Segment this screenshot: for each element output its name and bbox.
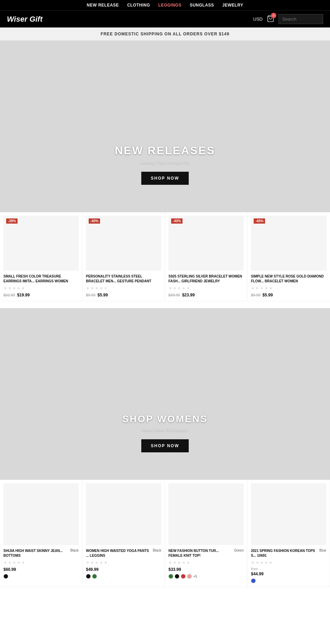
color-swatch[interactable] bbox=[86, 574, 91, 579]
clothing-title-row: SHIJIA HIGH WAIST SKINNY JEAN... BOTTOMS… bbox=[3, 549, 79, 558]
clothing-title: 2021 SPRING FASHION KOREAN TOPS S... 106… bbox=[251, 549, 318, 558]
nav-sunglass[interactable]: SUNGLASS bbox=[190, 3, 214, 8]
header: Wiser Gift USD 0 bbox=[0, 10, 330, 27]
clothing-card: SHIJIA HIGH WAIST SKINNY JEAN... BOTTOMS… bbox=[0, 480, 82, 587]
color-swatch[interactable] bbox=[168, 574, 173, 579]
cart-icon[interactable]: 0 bbox=[267, 15, 274, 24]
color-swatch[interactable] bbox=[251, 578, 256, 583]
product-image: -40% bbox=[168, 216, 244, 271]
color-swatches bbox=[86, 574, 161, 579]
clothing-price: $60.99 bbox=[3, 567, 79, 572]
clothing-title-row: 2021 SPRING FASHION KOREAN TOPS S... 106… bbox=[251, 549, 326, 558]
product-title: SMALL FRESH COLOR TREASURE EARRINGS IMIT… bbox=[3, 274, 79, 284]
color-swatch[interactable] bbox=[92, 574, 97, 579]
clothing-color-label: Black bbox=[70, 549, 79, 552]
star-rating: ★★★★★ bbox=[86, 560, 161, 565]
product-title: SIMPLE NEW STYLE ROSE GOLD DIAMOND FLOW.… bbox=[251, 274, 327, 284]
product-title: S925 STERLING SILVER BRACELET WOMEN FASH… bbox=[168, 274, 244, 284]
header-right: USD 0 bbox=[253, 14, 323, 24]
clothing-color-label: Green bbox=[234, 549, 244, 552]
sale-price: $5.99 bbox=[263, 293, 273, 297]
clothing-price: $49.99 bbox=[86, 567, 161, 572]
original-price: $32.99 bbox=[3, 293, 15, 297]
cart-badge: 0 bbox=[271, 13, 276, 18]
jewelry-product-grid: -39% SMALL FRESH COLOR TREASURE EARRINGS… bbox=[0, 212, 330, 301]
discount-badge: -40% bbox=[254, 218, 265, 224]
discount-badge: -40% bbox=[171, 218, 183, 224]
color-swatch[interactable] bbox=[187, 574, 192, 579]
color-swatch[interactable] bbox=[181, 574, 186, 579]
price-wrap: $9.99 $5.99 bbox=[251, 293, 327, 297]
hero-subtitle: Jewelry That Always Fits bbox=[141, 160, 189, 165]
original-price: $39.99 bbox=[168, 293, 180, 297]
product-card: -40% S925 STERLING SILVER BRACELET WOMEN… bbox=[165, 212, 248, 301]
hero-womens-title: SHOP WOMENS bbox=[122, 414, 208, 425]
clothing-card: 2021 SPRING FASHION KOREAN TOPS S... 106… bbox=[248, 480, 330, 587]
price-wrap: $32.99 $19.99 bbox=[3, 293, 79, 297]
original-price: $9.99 bbox=[86, 293, 96, 297]
clothing-price: $44.99 bbox=[251, 572, 326, 576]
clothing-image bbox=[251, 483, 326, 545]
clothing-title: NEW FASHION BUTTON TUR... FEMALE KNIT TO… bbox=[168, 549, 233, 558]
clothing-title-row: WOMEN HIGH WAISTED YOGA PANTS ... LEGGIN… bbox=[86, 549, 161, 558]
clothing-card: WOMEN HIGH WAISTED YOGA PANTS ... LEGGIN… bbox=[82, 480, 165, 587]
nav-jewelry[interactable]: JEWELRY bbox=[222, 3, 243, 8]
product-image: -40% bbox=[86, 216, 161, 271]
clothing-color-label: Blue bbox=[319, 549, 326, 552]
discount-badge: -40% bbox=[89, 218, 100, 224]
nav-clothing[interactable]: CLOTHING bbox=[127, 3, 150, 8]
star-rating: ★★★★★ bbox=[168, 560, 244, 565]
star-rating: ★★★★★ bbox=[3, 286, 79, 291]
price-wrap: $9.99 $5.99 bbox=[86, 293, 161, 297]
color-swatch[interactable] bbox=[175, 574, 179, 579]
product-image: -39% bbox=[3, 216, 79, 271]
product-card: -39% SMALL FRESH COLOR TREASURE EARRINGS… bbox=[0, 212, 82, 301]
color-swatches bbox=[251, 578, 326, 583]
sale-price: $5.99 bbox=[98, 293, 108, 297]
star-rating: ★★★★★ bbox=[168, 286, 244, 291]
clothing-title: WOMEN HIGH WAISTED YOGA PANTS ... LEGGIN… bbox=[86, 549, 152, 558]
clothing-card: NEW FASHION BUTTON TUR... FEMALE KNIT TO… bbox=[165, 480, 248, 587]
clothing-image bbox=[3, 483, 79, 545]
clothing-title: SHIJIA HIGH WAIST SKINNY JEAN... BOTTOMS bbox=[3, 549, 69, 558]
star-rating: ★★★★★ bbox=[3, 560, 79, 565]
hero-womens-subtitle: Wear Cloth That Matter bbox=[142, 427, 188, 432]
clothing-title-row: NEW FASHION BUTTON TUR... FEMALE KNIT TO… bbox=[168, 549, 244, 558]
clothing-price: $33.99 bbox=[168, 567, 244, 572]
top-nav: NEW RELEASE CLOTHING LEGGINGS SUNGLASS J… bbox=[0, 0, 330, 10]
color-swatches: +5 bbox=[168, 574, 244, 579]
hero-womens-shop-now-button[interactable]: SHOP NOW bbox=[141, 439, 189, 452]
promo-banner: FREE DOMESTIC SHIPPING ON ALL ORDERS OVE… bbox=[0, 27, 330, 41]
clothing-color-label: Black bbox=[153, 549, 161, 552]
product-image: -40% bbox=[251, 216, 327, 271]
hero-new-releases: NEW RELEASES Jewelry That Always Fits SH… bbox=[0, 41, 330, 212]
product-card: -40% PERSONALITY STAINLESS STEEL BRACELE… bbox=[82, 212, 165, 301]
product-title: PERSONALITY STAINLESS STEEL BRACELET MEN… bbox=[86, 274, 161, 284]
original-price: $9.99 bbox=[251, 293, 261, 297]
clothing-product-grid: SHIJIA HIGH WAIST SKINNY JEAN... BOTTOMS… bbox=[0, 480, 330, 587]
price-from-label: from bbox=[251, 567, 326, 571]
search-input[interactable] bbox=[278, 14, 323, 24]
hero-shop-now-button[interactable]: SHOP NOW bbox=[141, 172, 189, 185]
clothing-image bbox=[168, 483, 244, 545]
color-swatch[interactable] bbox=[3, 574, 8, 579]
hero-shop-womens: SHOP WOMENS Wear Cloth That Matter SHOP … bbox=[0, 308, 330, 480]
star-rating: ★★★★★ bbox=[86, 286, 161, 291]
currency-selector[interactable]: USD bbox=[253, 16, 263, 22]
price-wrap: $39.99 $23.99 bbox=[168, 293, 244, 297]
discount-badge: -39% bbox=[6, 218, 18, 224]
clothing-image bbox=[86, 483, 161, 545]
hero-title: NEW RELEASES bbox=[115, 144, 215, 157]
product-card: -40% SIMPLE NEW STYLE ROSE GOLD DIAMOND … bbox=[248, 212, 330, 301]
site-logo: Wiser Gift bbox=[7, 15, 43, 24]
nav-new-release[interactable]: NEW RELEASE bbox=[87, 3, 119, 8]
sale-price: $23.99 bbox=[182, 293, 195, 297]
star-rating: ★★★★★ bbox=[251, 560, 326, 565]
nav-leggings[interactable]: LEGGINGS bbox=[158, 3, 182, 8]
star-rating: ★★★★★ bbox=[251, 286, 327, 291]
color-swatches bbox=[3, 574, 79, 579]
more-colors-label: +5 bbox=[193, 575, 197, 578]
sale-price: $19.99 bbox=[17, 293, 30, 297]
